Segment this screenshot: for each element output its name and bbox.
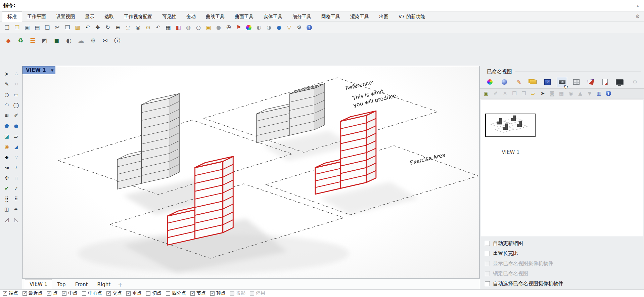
ghosted-display-icon[interactable]: ◍ (185, 24, 192, 31)
osnap-checkbox[interactable]: 中心点 (82, 290, 102, 296)
monitor-tab-icon[interactable]: ▲ (614, 77, 625, 87)
print-icon[interactable]: ▤ (34, 24, 41, 31)
grid-array-icon[interactable]: ⣿ (2, 194, 11, 204)
render-bomb-tab-icon[interactable]: ▲ (499, 77, 510, 87)
menu-tab[interactable]: 出图 (374, 11, 394, 22)
surface-tool-icon[interactable]: ◪ (2, 131, 11, 141)
menu-tab[interactable]: 可见性 (157, 11, 181, 22)
clipboard-check-icon[interactable]: ✓ (11, 183, 21, 194)
checkbox-box[interactable] (190, 291, 195, 296)
checkbox-box[interactable] (3, 291, 7, 296)
earth-icon[interactable]: ● (275, 24, 283, 31)
mail-icon[interactable]: ✉ (101, 37, 109, 44)
folder-tab-icon[interactable]: ▲ (528, 77, 539, 87)
lock-icon[interactable]: ✇ (225, 24, 232, 31)
array-dots-icon[interactable]: ∷ (11, 173, 21, 183)
named-views-camera-tab-icon[interactable]: ▲ (557, 77, 567, 87)
osnap-checkbox[interactable]: 四分点 (166, 290, 186, 296)
polyline-tool-icon[interactable]: ✎ (2, 79, 11, 89)
select-view-cursor-icon[interactable]: ➤ (539, 90, 546, 97)
color-wheel-tab-icon[interactable]: ▲ (485, 77, 495, 87)
drop-tool-icon[interactable]: ⬥ (2, 152, 11, 162)
chevron-down-icon[interactable]: ▼ (49, 67, 55, 74)
checkbox-box[interactable] (210, 291, 215, 296)
point-tool-icon[interactable]: ∴ (11, 69, 21, 79)
grid-table-tab-icon[interactable]: ▲ (571, 77, 582, 87)
osnap-checkbox[interactable]: 点 (47, 290, 58, 296)
render-preview-alt-icon[interactable]: ◑ (265, 24, 273, 31)
named-views-list[interactable]: VIEW 1 (481, 99, 643, 236)
pan-hand-icon[interactable]: ✥ (94, 24, 101, 31)
circle-tool-icon[interactable]: ○ (2, 89, 11, 100)
checkbox-box[interactable] (146, 291, 150, 296)
panel-option-checkbox[interactable]: 显示已命名视图摄像机物件 (485, 258, 644, 268)
checkbox-box[interactable] (166, 291, 170, 296)
sphere-tool-icon[interactable]: ● (11, 121, 21, 131)
menu-tab[interactable]: 变动 (181, 11, 201, 22)
menu-tab[interactable]: 选取 (99, 11, 119, 22)
viewport-layout-icon[interactable]: ▦ (165, 24, 172, 31)
package-icon[interactable]: ◼ (53, 37, 60, 44)
viewport-tab[interactable]: Front (71, 280, 92, 289)
wireframe-display-icon[interactable]: ○ (195, 24, 202, 31)
view-thumbnail[interactable] (485, 114, 536, 137)
select-arrow-icon[interactable]: ➤ (2, 69, 11, 79)
viewport-tab[interactable]: VIEW 1 (25, 279, 52, 289)
menu-tab[interactable]: V7 的新功能 (394, 11, 430, 22)
checkbox-box[interactable] (485, 281, 490, 286)
menu-tab[interactable]: 曲面工具 (230, 11, 259, 22)
osnap-checkbox[interactable]: 停用 (250, 290, 265, 296)
panel-option-checkbox[interactable]: 自动选择已命名视图摄像机物件 (485, 279, 644, 289)
camera-view-icon[interactable]: ◙ (549, 90, 555, 97)
osnap-checkbox[interactable]: 投影 (230, 290, 245, 296)
copy-view-icon[interactable]: ❐ (511, 90, 518, 97)
undo-view-icon[interactable]: ↶ (154, 24, 162, 31)
checkbox-box[interactable] (485, 271, 490, 276)
chamfer-tool-icon[interactable]: ◿ (2, 214, 11, 225)
panel-gear-icon[interactable]: ⚙ (633, 79, 640, 85)
gray-building-left[interactable] (117, 93, 179, 189)
menu-tab[interactable]: 实体工具 (259, 11, 287, 22)
stack-views-icon[interactable]: ▦ (558, 90, 565, 97)
gray-building-hatched[interactable] (257, 84, 325, 143)
checkbox-box[interactable] (47, 291, 51, 296)
export-icon[interactable]: ❑ (44, 24, 51, 31)
menu-tab[interactable]: 细分工具 (287, 11, 316, 22)
save-view-icon[interactable]: ▣ (483, 90, 490, 97)
viewport-title-dropdown[interactable]: VIEW 1 ▼ (22, 66, 55, 74)
zoom-window-icon[interactable]: ◌ (124, 24, 132, 31)
viewport-tab[interactable]: Top (53, 280, 70, 289)
vray-icon[interactable]: ◆ (5, 37, 12, 44)
move-up-icon[interactable]: ▲ (577, 90, 584, 97)
move-down-icon[interactable]: ▼ (586, 90, 593, 97)
menu-tab[interactable]: 工作视窗配置 (119, 11, 157, 22)
panel-option-checkbox[interactable]: 锁定已命名视图 (485, 268, 644, 279)
checkbox-box[interactable] (250, 291, 254, 296)
checkbox-box[interactable] (485, 241, 490, 246)
panel-help-icon[interactable] (605, 90, 612, 97)
viewport-canvas[interactable]: Reference: This is what you will produce… (22, 66, 479, 278)
brush-tool-icon[interactable]: ✐ (11, 110, 21, 121)
tilt-tool-icon[interactable]: ◢ (11, 141, 21, 152)
osnap-checkbox[interactable]: 垂点 (126, 290, 142, 296)
zoom-dynamic-icon[interactable]: ⊕ (114, 24, 122, 31)
new-file-icon[interactable]: ❏ (3, 24, 11, 31)
display-properties-tab-icon[interactable]: ▲ (542, 77, 553, 87)
menu-tab[interactable]: 工作平面 (22, 11, 51, 22)
checkbox-box[interactable] (230, 291, 234, 296)
info-icon[interactable]: ⓘ (113, 37, 121, 44)
cut-icon[interactable]: ✂ (54, 24, 61, 31)
zoom-selected-icon[interactable]: ◎ (134, 24, 142, 31)
menu-tab[interactable]: 曲线工具 (201, 11, 230, 22)
panel-option-checkbox[interactable]: 重置长宽比 (485, 248, 644, 258)
tree-tool-icon[interactable]: ✣ (2, 173, 11, 183)
options-globe-icon[interactable]: ⚙ (295, 24, 303, 31)
loft-tool-icon[interactable]: ▱ (11, 131, 21, 141)
filter-icon[interactable]: ▽ (285, 24, 293, 31)
checkbox-box[interactable] (62, 291, 66, 296)
command-input[interactable] (15, 0, 635, 11)
new-viewport-plus-icon[interactable]: ✛ (116, 281, 125, 289)
panel-option-checkbox[interactable]: 自动更新缩图 (485, 238, 644, 248)
solid-cylinder-icon[interactable]: ⬟ (2, 121, 11, 131)
layer-state-icon[interactable]: ▣ (205, 24, 212, 31)
